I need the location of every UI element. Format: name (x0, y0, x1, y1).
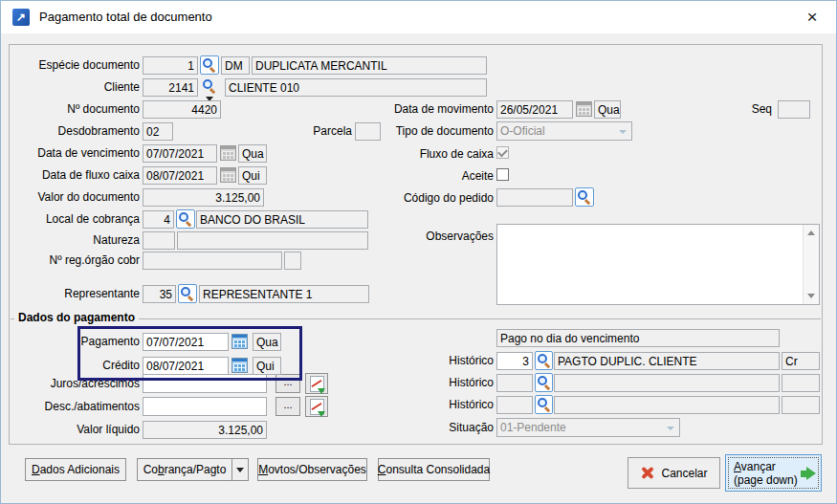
dados-adicionais-button[interactable]: Dados Adicionais (25, 458, 126, 481)
data-vencimento-label: Data de vencimento (11, 144, 140, 163)
search-icon (179, 212, 192, 226)
data-vencimento-field: 07/07/2021 (143, 144, 217, 163)
historico3-desc-field (554, 396, 780, 414)
advance-arrow-icon (806, 467, 816, 480)
valor-documento-label: Valor do documento (11, 188, 140, 207)
cancel-x-icon (640, 466, 654, 480)
natureza-value-field (143, 231, 175, 250)
data-movimento-label: Data de movimento (369, 100, 494, 119)
historico1-search-button[interactable] (535, 351, 553, 370)
representante-search-button[interactable] (178, 284, 197, 303)
credito-day: Qui (253, 357, 281, 375)
cliente-value-field: 2141 (143, 78, 198, 97)
pagamento-day: Qua (253, 333, 281, 351)
historico3-label: Histórico (369, 396, 494, 414)
num-reg-label: Nº reg.órgão cobr (11, 252, 140, 270)
avancar-button[interactable]: Avançar (page down) (725, 454, 822, 492)
representante-label: Representante (11, 285, 140, 303)
data-movimento-day: Qua (594, 100, 621, 119)
scrollbar[interactable] (803, 225, 819, 304)
dados-adicionais-label: Dados Adicionais (32, 463, 120, 476)
aceite-checkbox[interactable] (496, 168, 509, 181)
num-documento-field: 4420 (143, 100, 221, 119)
pagamento-label: Pagamento (11, 333, 140, 351)
aceite-label: Aceite (369, 167, 494, 186)
close-icon[interactable]: × (799, 5, 826, 30)
cancelar-button[interactable]: Cancelar (628, 457, 720, 489)
chevron-down-icon (667, 427, 674, 430)
fluxo-caixa-checkbox (496, 146, 509, 159)
movtos-observacoes-button[interactable]: Movtos/Observações (257, 458, 367, 481)
scroll-down-icon[interactable] (807, 294, 815, 298)
dialog-window: ↗ Pagamento total de documento × Espécie… (0, 0, 837, 504)
scroll-up-icon[interactable] (807, 230, 815, 235)
tipo-documento-select: O-Oficial (496, 121, 632, 141)
avancar-line1: Avançar (734, 460, 798, 473)
chevron-down-icon (619, 130, 627, 134)
situacao-select: 01-Pendente (496, 418, 680, 437)
historico3-search-button[interactable] (535, 395, 553, 414)
descontos-label: Desc./abatimentos (11, 398, 140, 416)
historico3-value-field (496, 396, 533, 414)
historico1-tipo-field: Cr (782, 352, 820, 370)
especie-label: Espécie documento (11, 56, 140, 75)
calendar-icon (220, 167, 236, 183)
chart-sheet-icon (310, 399, 324, 415)
search-icon (538, 398, 551, 411)
representante-desc-field: REPRESENTANTE 1 (199, 285, 369, 303)
cobranca-pagto-label: Cobrança/Pagto (143, 463, 227, 476)
app-icon-glyph: ↗ (16, 11, 26, 24)
data-fluxo-field: 08/07/2021 (143, 166, 217, 185)
historico1-desc-field: PAGTO DUPLIC. CLIENTE (554, 352, 780, 370)
credito-label: Crédito (11, 357, 140, 375)
data-fluxo-label: Data de fluxo caixa (11, 166, 140, 185)
juros-calc-button[interactable] (305, 373, 328, 394)
historico2-value-field (496, 374, 533, 392)
consulta-consolidada-label: Consulta Consolidada (378, 463, 490, 476)
descontos-calc-button[interactable] (305, 396, 328, 417)
calendar-icon[interactable] (231, 358, 248, 373)
historico2-search-button[interactable] (535, 373, 553, 392)
local-cobranca-search-button[interactable] (176, 209, 195, 229)
cliente-search-icon[interactable] (203, 79, 218, 95)
local-cobranca-label: Local de cobrança (11, 210, 140, 229)
local-cobranca-desc-field: BANCO DO BRASIL (196, 210, 368, 229)
cobranca-pagto-button[interactable]: Cobrança/Pagto (137, 458, 232, 481)
fluxo-caixa-label: Fluxo de caixa (369, 145, 494, 164)
avancar-line2: (page down) (734, 473, 798, 487)
search-icon (181, 287, 194, 300)
local-cobranca-value-field: 4 (143, 210, 174, 229)
parcela-label: Parcela (269, 122, 352, 141)
desdobramento-label: Desdobramento (11, 122, 140, 141)
search-icon (578, 190, 591, 204)
historico1-value-field[interactable]: 3 (496, 352, 533, 370)
consulta-consolidada-button[interactable]: Consulta Consolidada (378, 458, 490, 481)
descontos-input[interactable] (143, 397, 267, 416)
num-reg-field2 (284, 252, 301, 270)
calendar-icon[interactable] (231, 334, 248, 349)
observacoes-textarea[interactable] (496, 224, 820, 305)
codigo-pedido-field (496, 188, 573, 207)
chevron-down-icon (236, 468, 244, 472)
especie-search-button[interactable] (200, 55, 219, 75)
historico2-desc-field (554, 374, 780, 392)
pagamento-date-field[interactable]: 07/07/2021 (143, 333, 229, 351)
codigo-pedido-search-button[interactable] (575, 187, 594, 207)
data-vencimento-day: Qua (238, 144, 267, 163)
window-title: Pagamento total de documento (39, 10, 212, 24)
payment-section-legend: Dados do pagamento (14, 311, 139, 324)
chart-sheet-icon (310, 376, 324, 392)
cliente-desc-field: CLIENTE 010 (225, 78, 487, 97)
cobranca-pagto-dropdown-button[interactable] (231, 458, 249, 481)
search-icon (538, 354, 551, 367)
valor-liquido-field: 3.125,00 (143, 421, 267, 439)
descontos-more-button[interactable]: ... (275, 397, 300, 416)
title-bar: ↗ Pagamento total de documento × (1, 1, 836, 33)
app-icon: ↗ (12, 9, 30, 26)
natureza-label: Natureza (11, 231, 140, 250)
historico3-tipo-field (782, 396, 820, 414)
num-reg-field (143, 252, 282, 270)
credito-date-field[interactable]: 08/07/2021 (143, 357, 229, 375)
tipo-documento-value: O-Oficial (500, 124, 545, 138)
historico2-label: Histórico (369, 374, 494, 392)
